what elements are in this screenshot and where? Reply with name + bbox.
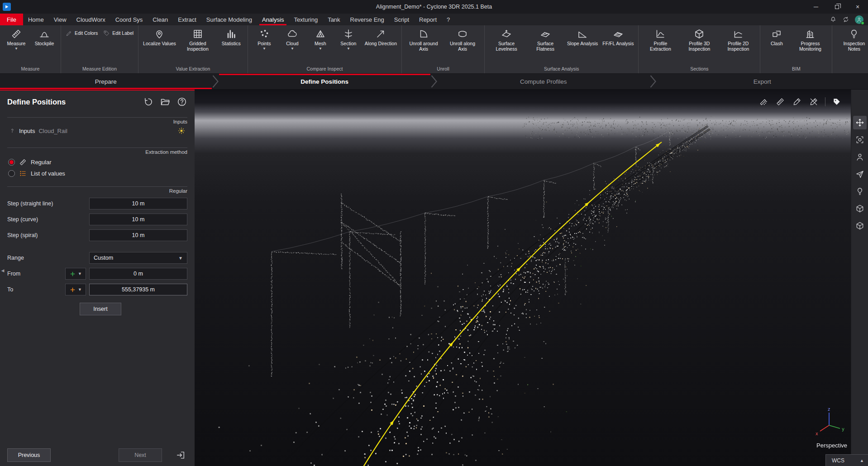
section-icon [343, 29, 354, 39]
from-color-picker[interactable]: ▼ [65, 268, 86, 280]
fly-mode-button[interactable] [853, 167, 867, 181]
pan-mode-button[interactable] [853, 116, 867, 129]
ff-fl-analysis-icon [613, 29, 624, 39]
restore-button[interactable] [826, 0, 847, 14]
exit-workflow-button[interactable] [174, 448, 187, 462]
button-label: Points [258, 41, 271, 46]
statistics-button[interactable]: Statistics [218, 25, 245, 46]
next-button[interactable]: Next [119, 448, 162, 462]
view-cube-button[interactable] [853, 202, 867, 215]
clash-button[interactable]: Clash [763, 25, 790, 46]
menu-surface-modeling[interactable]: Surface Modeling [201, 14, 257, 25]
menu-view[interactable]: View [49, 14, 72, 25]
button-label: Edit Label [112, 30, 134, 36]
insert-button[interactable]: Insert [80, 303, 121, 315]
menu-script[interactable]: Script [389, 14, 414, 25]
profile-3d-inspection-button[interactable]: Profile 3D Inspection [680, 25, 718, 52]
button-label: Gridded Inspection [181, 41, 215, 52]
colormap-icon [792, 97, 801, 106]
mesh-button[interactable]: Mesh▼ [307, 25, 334, 51]
edit-label-icon [103, 30, 110, 37]
to-input[interactable] [89, 284, 187, 295]
inspect-cloud-button[interactable] [756, 95, 771, 109]
workflow-step-define-positions[interactable]: Define Positions [219, 74, 431, 89]
progress-monitoring-icon [805, 29, 816, 39]
surface-flatness-button[interactable]: Surface Flatness [526, 25, 564, 52]
inspection-notes-button[interactable]: Inspection Notes [835, 25, 868, 52]
inputs-row[interactable]: Inputs Cloud_Rail [7, 124, 187, 138]
menu-report[interactable]: Report [414, 14, 442, 25]
localize-values-button[interactable]: Localize Values [141, 25, 178, 46]
point-cloud-canvas[interactable] [195, 90, 851, 466]
ff-fl-analysis-button[interactable]: FF/FL Analysis [601, 25, 635, 46]
clipping-box-button[interactable] [853, 219, 867, 233]
help-button[interactable] [176, 96, 187, 107]
profile-2d-inspection-button[interactable]: Profile 2D Inspection [719, 25, 757, 52]
user-avatar[interactable] [855, 15, 863, 24]
close-button[interactable]: × [847, 0, 868, 14]
cloud-button[interactable]: Cloud▼ [279, 25, 306, 51]
surface-levelness-button[interactable]: Surface Levelness [487, 25, 525, 52]
zoom-on-selection-button[interactable] [853, 133, 867, 147]
sync-icon[interactable] [842, 16, 849, 23]
menu-texturing[interactable]: Texturing [289, 14, 323, 25]
progress-monitoring-button[interactable]: Progress Monitoring [791, 25, 829, 52]
panel-header: Define Positions [0, 90, 195, 108]
from-input[interactable] [89, 268, 187, 280]
menu-home[interactable]: Home [23, 14, 49, 25]
measure-button[interactable]: Measure▼ [3, 25, 30, 51]
notifications-bell-icon[interactable] [830, 16, 837, 23]
plus-icon [69, 286, 76, 293]
wcs-selector[interactable]: WCS ▲ [825, 454, 868, 466]
menu-coord-sys[interactable]: Coord Sys [110, 14, 148, 25]
unroll-along-axis-button[interactable]: Unroll along Axis [444, 25, 482, 52]
menu-tank[interactable]: Tank [323, 14, 345, 25]
slope-analysis-button[interactable]: Slope Analysis [565, 25, 600, 46]
range-select[interactable]: Custom ▼ [89, 252, 187, 264]
workflow-step-compute-profiles[interactable]: Compute Profiles [438, 74, 649, 89]
edit-colors-button[interactable]: Edit Colors [66, 30, 98, 37]
along-direction-button[interactable]: Along Direction [363, 25, 399, 46]
button-label: Cloud [286, 41, 298, 46]
reset-step-button[interactable] [143, 96, 154, 107]
points-button[interactable]: Points▼ [251, 25, 278, 51]
sun-icon[interactable] [177, 127, 186, 135]
regular-option[interactable]: Regular [7, 155, 187, 166]
labels-button[interactable] [829, 95, 844, 109]
measure-button[interactable] [773, 95, 788, 109]
menu-extract[interactable]: Extract [173, 14, 201, 25]
workflow-step-export[interactable]: Export [657, 74, 868, 89]
step-spiral-input[interactable] [89, 229, 187, 241]
menu-file[interactable]: File [0, 14, 23, 25]
regular-radio[interactable] [8, 159, 15, 166]
menu-reverse-eng[interactable]: Reverse Eng [345, 14, 389, 25]
step-straight-line-input[interactable] [89, 198, 187, 209]
gridded-inspection-button[interactable]: Gridded Inspection [179, 25, 217, 52]
colormap-button[interactable] [789, 95, 805, 109]
edit-label-button[interactable]: Edit Label [103, 30, 134, 37]
button-label: Stockpile [35, 41, 54, 46]
menu-help[interactable]: ? [442, 14, 455, 25]
previous-button[interactable]: Previous [7, 448, 51, 462]
minimize-button[interactable]: ─ [806, 0, 826, 14]
list-of-values-option[interactable]: List of values [7, 166, 187, 177]
menu-cloudworx[interactable]: CloudWorx [72, 14, 110, 25]
list-of-values-radio[interactable] [8, 170, 15, 177]
to-color-picker[interactable]: ▼ [65, 284, 86, 295]
section-button[interactable]: Section▼ [335, 25, 362, 51]
colormap-off-button[interactable] [806, 95, 821, 109]
walkthrough-mode-button[interactable] [853, 150, 867, 164]
open-result-button[interactable] [160, 96, 171, 107]
lighting-button[interactable] [853, 185, 867, 198]
panel-collapse-handle[interactable]: ◀ [0, 262, 5, 280]
viewport-3d[interactable]: Perspective [195, 90, 851, 466]
stockpile-button[interactable]: Stockpile [31, 25, 58, 46]
unroll-around-axis-button[interactable]: Unroll around Axis [405, 25, 443, 52]
profile-extraction-button[interactable]: Profile Extraction [641, 25, 679, 52]
workflow-step-prepare[interactable]: Prepare [0, 74, 212, 89]
menu-analysis[interactable]: Analysis [257, 14, 289, 25]
ribbon-group-measure-edition: Edit ColorsEdit LabelMeasure Edition [61, 25, 138, 73]
step-curve-input[interactable] [89, 214, 187, 225]
menu-clean[interactable]: Clean [148, 14, 173, 25]
field-label: Step (curve) [7, 216, 65, 223]
